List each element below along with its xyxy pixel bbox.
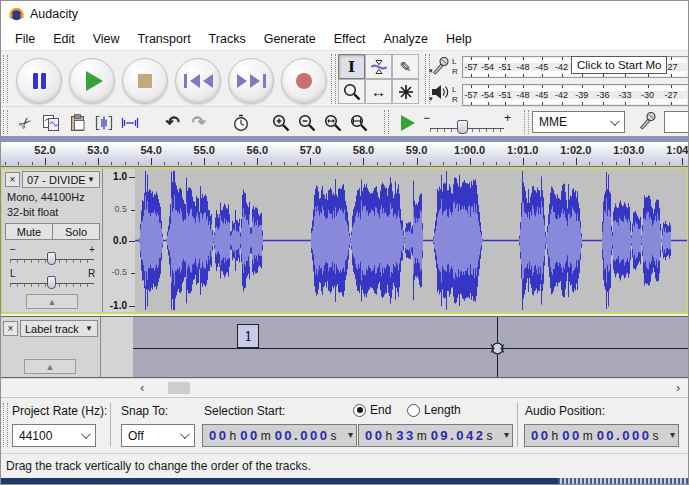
menu-item-edit[interactable]: Edit <box>44 30 84 48</box>
menu-item-view[interactable]: View <box>84 30 129 48</box>
tools-toolbar-grip[interactable] <box>331 54 336 104</box>
project-rate-combo[interactable]: 44100 <box>12 424 96 447</box>
timefield-dropdown-icon[interactable]: ▾ <box>670 429 675 440</box>
playback-meter-icon-button[interactable]: ▾ <box>431 84 449 104</box>
redo-button[interactable]: ↷ <box>186 110 211 135</box>
meter-scale-label: -54 <box>481 62 494 72</box>
recording-meter-icon-button[interactable]: ▾ <box>431 56 450 79</box>
zoom-tool-button[interactable] <box>338 79 365 104</box>
label-marker-handle[interactable] <box>489 340 506 357</box>
menu-item-tracks[interactable]: Tracks <box>200 30 255 48</box>
slider-thumb[interactable] <box>457 120 468 134</box>
selection-start-field[interactable]: 00h 00m 00.000s ▾ <box>202 424 357 447</box>
zoom-in-button[interactable] <box>268 110 293 135</box>
meter-tick <box>505 102 506 105</box>
scroll-right-arrow[interactable]: › <box>676 380 680 396</box>
length-radio[interactable]: Length <box>407 403 461 417</box>
audio-position-field[interactable]: 00h 00m 00.000s ▾ <box>524 424 679 447</box>
transcription-toolbar-grip[interactable] <box>384 110 389 134</box>
envelope-tool-button[interactable] <box>365 54 392 79</box>
menu-item-analyze[interactable]: Analyze <box>375 30 437 48</box>
trim-audio-button[interactable] <box>91 110 116 135</box>
zoom-out-button[interactable] <box>294 110 319 135</box>
snap-to-combo[interactable]: Off <box>121 424 195 447</box>
selection-toolbar-grip[interactable] <box>3 403 8 447</box>
paste-button[interactable] <box>65 110 90 135</box>
stop-button[interactable] <box>122 58 168 104</box>
skip-to-start-button[interactable] <box>175 58 221 104</box>
timefield-dropdown-icon[interactable]: ▾ <box>504 429 509 440</box>
meter-tick <box>505 57 506 60</box>
cut-button[interactable]: ✂ <box>13 110 38 135</box>
meter-tick <box>582 85 583 88</box>
timeline-ruler[interactable]: 52.053.054.055.056.057.058.059.01:00.01:… <box>0 142 689 167</box>
menu-item-help[interactable]: Help <box>437 30 481 48</box>
meter-tick <box>625 85 626 88</box>
meter-tick <box>648 102 649 105</box>
menu-item-effect[interactable]: Effect <box>325 30 375 48</box>
timeline-tick <box>18 162 19 165</box>
horizontal-scrollbar[interactable]: ‹ › <box>0 378 689 397</box>
device-toolbar-grip[interactable] <box>524 110 529 134</box>
pan-slider-thumb[interactable] <box>47 276 56 289</box>
play-at-speed-button[interactable] <box>391 110 421 135</box>
timeline-tick <box>509 162 510 165</box>
status-text: Drag the track vertically to change the … <box>6 459 311 473</box>
label-track-title-menu[interactable]: Label track ▼ <box>20 320 98 337</box>
recording-device-combo[interactable] <box>664 111 689 133</box>
edit-toolbar-grip[interactable] <box>3 110 8 134</box>
vertical-ruler[interactable]: 1.00.50.0-0.5-1.0 <box>103 169 135 312</box>
scroll-left-arrow[interactable]: ‹ <box>140 380 144 396</box>
end-radio[interactable]: End <box>353 403 391 417</box>
meter-scale-label: -48 <box>517 90 530 100</box>
timeline-tick <box>337 162 338 165</box>
scrollbar-thumb[interactable] <box>168 382 190 394</box>
label-track-collapse-button[interactable]: ▲ <box>24 359 76 374</box>
selection-end-field[interactable]: 00h 33m 09.042s ▾ <box>358 424 513 447</box>
gain-slider-thumb[interactable] <box>47 252 56 265</box>
draw-tool-button[interactable]: ✎ <box>392 54 419 79</box>
track-collapse-button[interactable]: ▲ <box>26 294 78 309</box>
selection-tool-button[interactable]: I <box>338 54 365 79</box>
mute-button[interactable]: Mute <box>5 223 53 240</box>
stop-icon <box>138 74 152 88</box>
fit-project-button[interactable] <box>346 110 371 135</box>
meter-tick <box>488 74 489 77</box>
waveform-canvas[interactable] <box>135 169 687 312</box>
multi-tool-button[interactable] <box>392 79 419 104</box>
speaker-icon <box>431 84 449 100</box>
menu-item-transport[interactable]: Transport <box>129 30 200 48</box>
track-title-menu[interactable]: 07 - DIVIDE ▼ <box>22 171 100 188</box>
sync-lock-button[interactable] <box>228 110 253 135</box>
meter-tick <box>542 102 543 105</box>
label-flag[interactable]: 1 <box>237 324 259 348</box>
meter-tick <box>471 85 472 88</box>
menu-item-generate[interactable]: Generate <box>255 30 325 48</box>
menu-item-file[interactable]: File <box>6 30 44 48</box>
cut-icon: ✂ <box>15 112 37 134</box>
copy-button[interactable] <box>39 110 64 135</box>
silence-audio-button[interactable] <box>117 110 142 135</box>
track-close-button[interactable]: × <box>5 172 20 187</box>
skip-to-end-button[interactable] <box>228 58 274 104</box>
waveform-area[interactable] <box>135 169 687 312</box>
label-track-area[interactable]: 1 <box>133 317 689 377</box>
timefield-dropdown-icon[interactable]: ▾ <box>348 429 353 440</box>
audio-host-combo[interactable]: MME <box>532 111 625 133</box>
play-at-speed-icon <box>401 115 415 131</box>
timeline-tick <box>138 162 139 165</box>
solo-button[interactable]: Solo <box>52 223 100 240</box>
play-button[interactable] <box>69 58 115 104</box>
slider-minus-label: − <box>423 112 430 124</box>
transport-toolbar-grip[interactable] <box>3 55 8 103</box>
label-track-close-button[interactable]: × <box>3 321 18 336</box>
record-button[interactable] <box>281 58 327 104</box>
undo-button[interactable]: ↶ <box>160 110 185 135</box>
play-speed-slider[interactable]: −+ <box>421 109 513 135</box>
fit-selection-button[interactable] <box>320 110 345 135</box>
channel-label: R <box>452 96 458 104</box>
timeshift-tool-button[interactable]: ↔ <box>365 79 392 104</box>
meter-tick <box>603 74 604 77</box>
playback-meter[interactable]: -57-54-51-48-45-42-39-36-33-30-27 <box>462 84 689 106</box>
pause-button[interactable] <box>16 58 62 104</box>
